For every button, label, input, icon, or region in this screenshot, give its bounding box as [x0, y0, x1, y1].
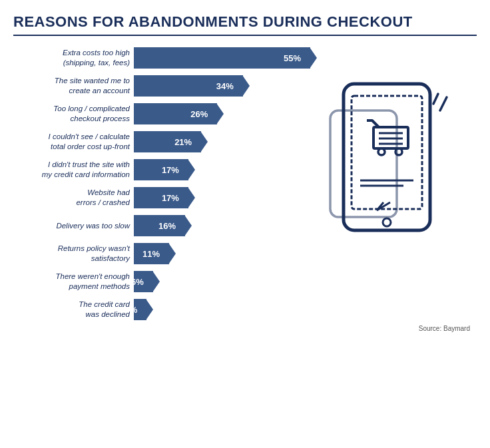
bar-track: 11%	[134, 243, 310, 264]
bar-track: 4%	[134, 299, 310, 320]
title-divider	[13, 35, 477, 36]
bar-row: I didn't trust the site withmy credit ca…	[13, 157, 310, 182]
bar-pct-label: 4%	[124, 305, 146, 315]
bar-pct-label: 6%	[131, 277, 153, 287]
chart-container: Extra costs too high(shipping, tax, fees…	[13, 45, 477, 322]
bar-pct-label: 26%	[190, 109, 217, 119]
bar-pct-label: 17%	[162, 165, 188, 175]
bar-pct-label: 55%	[284, 53, 310, 63]
bar-pct-label: 21%	[174, 137, 201, 147]
bar-label: Extra costs too high(shipping, tax, fees…	[13, 48, 130, 68]
bar-pct-label: 34%	[216, 81, 243, 91]
bar-fill: 16%	[134, 215, 185, 236]
source-text: Source: Baymard	[13, 325, 477, 332]
bar-pct-label: 11%	[142, 249, 169, 259]
bar-row: Returns policy wasn'tsatisfactory11%	[13, 241, 310, 266]
bar-fill: 17%	[134, 159, 188, 180]
bar-track: 6%	[134, 271, 310, 292]
bar-track: 17%	[134, 187, 310, 208]
bar-row: Extra costs too high(shipping, tax, fees…	[13, 45, 310, 71]
bar-row: The site wanted me tocreate an account34…	[13, 73, 310, 99]
bar-row: Delivery was too slow16%	[13, 213, 310, 238]
bar-label: Website haderrors / crashed	[13, 188, 130, 208]
phone-section	[317, 45, 477, 322]
bar-track: 21%	[134, 131, 310, 152]
bar-row: There weren't enoughpayment methods6%	[13, 269, 310, 294]
bar-track: 55%	[134, 47, 310, 69]
bar-row: Website haderrors / crashed17%	[13, 185, 310, 210]
bar-row: Too long / complicatedcheckout process26…	[13, 101, 310, 126]
bar-row: The credit cardwas declined4%	[13, 297, 310, 322]
bar-fill: 21%	[134, 131, 201, 152]
svg-rect-1	[352, 96, 422, 209]
bar-label: Returns policy wasn'tsatisfactory	[13, 244, 130, 264]
bar-pct-label: 16%	[158, 221, 185, 231]
bar-track: 17%	[134, 159, 310, 180]
bars-section: Extra costs too high(shipping, tax, fees…	[13, 45, 310, 322]
bar-fill: 26%	[134, 103, 217, 124]
bar-label: There weren't enoughpayment methods	[13, 272, 130, 292]
bar-fill: 34%	[134, 75, 243, 97]
bar-label: Too long / complicatedcheckout process	[13, 104, 130, 124]
svg-point-10	[383, 218, 391, 226]
chart-title: REASONS FOR ABANDONMENTS DURING CHECKOUT	[13, 13, 477, 31]
bar-label: The credit cardwas declined	[13, 300, 130, 320]
bar-label: I didn't trust the site withmy credit ca…	[13, 160, 130, 180]
bar-label: Delivery was too slow	[13, 221, 130, 231]
bar-fill: 11%	[134, 243, 169, 264]
svg-point-3	[378, 148, 385, 155]
bar-fill: 6%	[134, 271, 153, 292]
bar-track: 34%	[134, 75, 310, 97]
bar-fill: 4%	[134, 299, 146, 320]
bar-fill: 17%	[134, 187, 188, 208]
bar-pct-label: 17%	[162, 193, 188, 203]
bar-track: 26%	[134, 103, 310, 124]
svg-line-12	[440, 97, 447, 111]
bar-label: The site wanted me tocreate an account	[13, 76, 130, 96]
bar-track: 16%	[134, 215, 310, 236]
svg-line-11	[433, 94, 438, 104]
bar-label: I couldn't see / calculatetotal order co…	[13, 132, 130, 152]
bar-row: I couldn't see / calculatetotal order co…	[13, 129, 310, 154]
bar-fill: 55%	[134, 47, 310, 69]
